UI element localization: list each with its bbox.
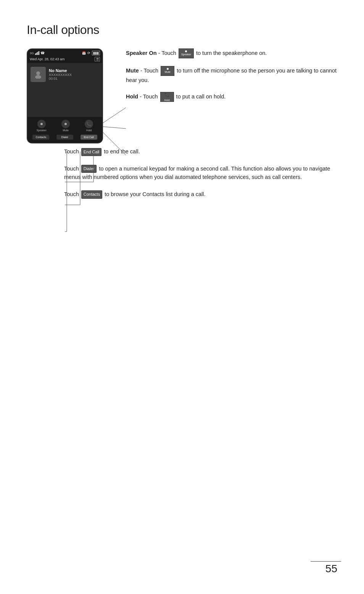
hold-button-inline: 📞 Hold [160, 92, 174, 102]
mute-button-inline: Mute [161, 66, 174, 76]
annotation-speaker-desc: to turn the speakerphone on. [196, 50, 267, 56]
phone-mockup: 3G ☎ 📅 ⟳ ▮▮▮ [27, 48, 103, 143]
annotation-hold: Hold - Touch 📞 Hold to put a call on hol… [126, 92, 337, 102]
annotation-speaker: Speaker On - Touch Speaker to turn the s… [126, 48, 337, 58]
bottom-annotations: Touch End Call to end the call. Touch Di… [61, 147, 337, 199]
annotation-hold-rest: - Touch [140, 93, 159, 100]
annotation-hold-bold: Hold [126, 93, 138, 100]
svg-point-0 [36, 71, 40, 75]
dialer-button-inline: Dialer [81, 165, 97, 173]
annotation-mute-rest: - Touch [140, 68, 160, 74]
phone-btn-mute[interactable]: Mute [61, 120, 70, 132]
end-call-button-inline: End Call [81, 148, 102, 156]
menu-icon: ☰ [95, 57, 100, 61]
annotation-contacts-desc: to browse your Contacts list during a ca… [105, 191, 205, 197]
battery-icon: ▮▮▮ [92, 51, 100, 55]
signal-label: 3G [30, 52, 34, 55]
annotation-end-call-prefix: Touch [64, 148, 81, 155]
annotation-mute-bold: Mute [126, 68, 139, 74]
annotation-speaker-rest: - Touch [158, 50, 178, 56]
annotation-dialer-prefix: Touch [64, 166, 81, 172]
annotation-dialer: Touch Dialer to open a numerical keypad … [61, 164, 337, 182]
caller-avatar [31, 67, 46, 82]
page-number-line [311, 561, 341, 562]
phone-action-contacts[interactable]: Contacts [32, 135, 49, 140]
call-timer: 00:01 [49, 77, 72, 80]
annotation-contacts-prefix: Touch [64, 191, 81, 197]
contacts-button-inline: Contacts [81, 190, 102, 198]
phone-status-bar: 3G ☎ 📅 ⟳ ▮▮▮ [27, 49, 102, 56]
annotation-end-call: Touch End Call to end the call. [61, 147, 337, 156]
caller-number: XXXXXXXXXX [49, 73, 72, 77]
caller-name: No Name [49, 68, 72, 73]
annotation-contacts: Touch Contacts to browse your Contacts l… [61, 190, 337, 199]
annotation-hold-desc: to put a call on hold. [176, 93, 226, 100]
annotation-mute: Mute - Touch Mute to turn off the microp… [126, 66, 337, 84]
phone-icon: ☎ [40, 51, 45, 55]
annotation-dialer-desc: to open a numerical keypad for making a … [64, 166, 330, 180]
signal-bars [35, 51, 39, 55]
calendar-icon: 📅 [82, 52, 86, 55]
phone-middle-area [27, 86, 102, 116]
right-annotations: Speaker On - Touch Speaker to turn the s… [126, 48, 337, 109]
annotation-end-call-desc: to end the call. [104, 148, 140, 155]
svg-point-1 [35, 75, 41, 79]
phone-call-area: No Name XXXXXXXXXX 00:01 [27, 63, 102, 86]
caller-info: No Name XXXXXXXXXX 00:01 [49, 68, 72, 80]
phone-action-dialer[interactable]: Dialer [56, 135, 73, 140]
phone-btn-speaker[interactable]: Speaker [37, 120, 47, 132]
date-time-label: Wed Apr. 28, 02:43 am [30, 57, 64, 61]
speaker-button-inline: Speaker [179, 48, 194, 58]
sync-icon: ⟳ [87, 51, 90, 55]
phone-action-end-call[interactable]: End Call [81, 135, 97, 140]
page-title: In-call options [27, 23, 337, 37]
page-number: 55 [325, 563, 337, 575]
phone-date-bar: Wed Apr. 28, 02:43 am ☰ [27, 56, 102, 63]
phone-buttons-row: Speaker Mute 📞 Hold [27, 116, 102, 133]
phone-btn-hold[interactable]: 📞 Hold [85, 120, 93, 132]
annotation-speaker-bold: Speaker On [126, 50, 157, 56]
status-icons: 📅 ⟳ ▮▮▮ [82, 51, 100, 55]
phone-action-row: Contacts Dialer End Call [27, 133, 102, 143]
